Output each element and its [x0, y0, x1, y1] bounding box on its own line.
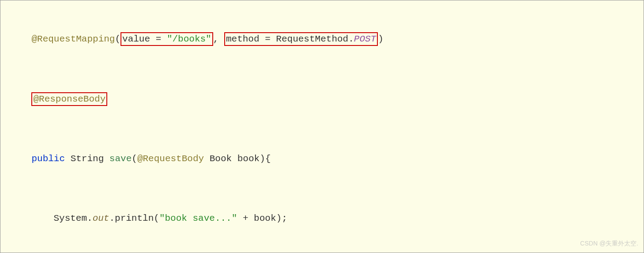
string-save: "book save..."	[159, 213, 237, 223]
const-post: POST	[354, 34, 376, 44]
type-string: String	[71, 154, 109, 164]
paren-open: (	[115, 34, 121, 44]
code-line-1: @RequestMapping(value = "/books", method…	[9, 9, 635, 69]
annotation-requestmapping: @RequestMapping	[31, 34, 115, 44]
paren-close: )	[378, 34, 384, 44]
highlight-method-post: method = RequestMethod.POST	[224, 32, 378, 46]
call-println: .println(	[109, 213, 159, 223]
code-line-4: System.out.println("book save..." + book…	[9, 189, 635, 248]
string-books: "/books"	[167, 34, 211, 44]
attr-value: value =	[122, 34, 167, 44]
code-line-5: return "{'module':'book save'}";	[9, 249, 635, 253]
highlight-value-books-1: value = "/books"	[121, 32, 213, 46]
highlight-responsebody-1: @ResponseBody	[31, 92, 107, 106]
concat-book: + book);	[237, 213, 287, 223]
attr-method: method = RequestMethod.	[226, 34, 354, 44]
param-book: Book book	[210, 154, 260, 164]
annotation-responsebody: @ResponseBody	[33, 94, 105, 104]
system: System.	[53, 213, 92, 223]
annotation-requestbody: @RequestBody	[137, 154, 210, 164]
watermark-text: CSDN @失重外太空.	[580, 237, 638, 250]
code-block: @RequestMapping(value = "/books", method…	[9, 9, 635, 253]
field-out: out	[93, 213, 109, 223]
method-save: save	[109, 154, 132, 164]
paren-close-brace: ){	[260, 154, 271, 164]
comma: ,	[213, 34, 224, 44]
code-line-3: public String save(@RequestBody Book boo…	[9, 129, 635, 189]
code-line-2: @ResponseBody	[9, 69, 635, 128]
paren-open: (	[132, 154, 137, 164]
keyword-public: public	[31, 154, 70, 164]
